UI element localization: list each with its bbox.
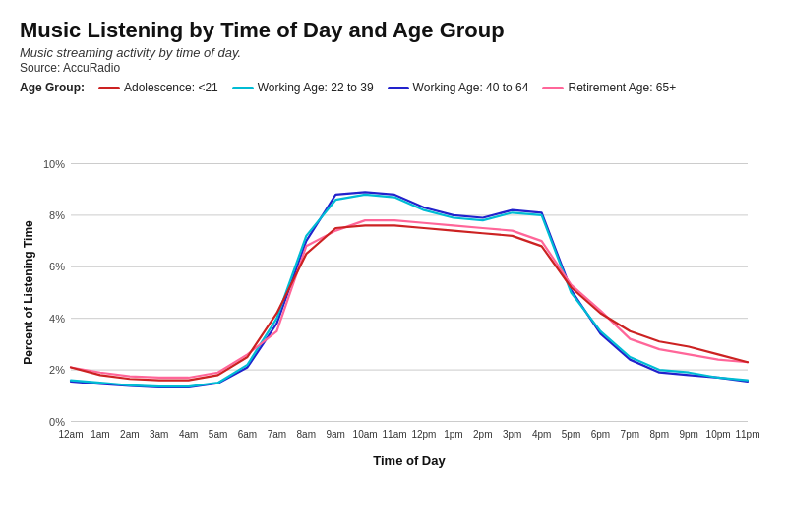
svg-text:5am: 5am <box>209 429 227 440</box>
svg-text:2pm: 2pm <box>473 429 492 440</box>
svg-text:4am: 4am <box>179 429 198 440</box>
svg-text:2am: 2am <box>120 429 139 440</box>
svg-text:8%: 8% <box>49 209 65 221</box>
svg-text:12am: 12am <box>58 429 83 440</box>
svg-text:9pm: 9pm <box>679 429 697 440</box>
svg-text:7am: 7am <box>268 429 286 440</box>
svg-text:6pm: 6pm <box>591 429 610 440</box>
legend-color-working22 <box>232 87 254 89</box>
main-container: Music Listening by Time of Day and Age G… <box>0 0 787 532</box>
svg-text:10am: 10am <box>353 429 378 440</box>
legend-color-retirement <box>542 87 564 89</box>
legend-item-adolescence: Adolescence: <21 <box>98 81 218 94</box>
svg-text:7pm: 7pm <box>621 429 639 440</box>
svg-text:4%: 4% <box>49 313 65 325</box>
legend-item-retirement: Retirement Age: 65+ <box>542 81 676 94</box>
svg-text:12pm: 12pm <box>411 429 436 440</box>
svg-text:10pm: 10pm <box>706 429 731 440</box>
chart-title: Music Listening by Time of Day and Age G… <box>20 18 767 43</box>
svg-text:4pm: 4pm <box>532 429 551 440</box>
svg-text:11am: 11am <box>383 429 407 440</box>
svg-text:2%: 2% <box>49 364 65 376</box>
legend-label-working22: Working Age: 22 to 39 <box>258 81 374 94</box>
legend-label-retirement: Retirement Age: 65+ <box>568 81 676 94</box>
legend-color-working40 <box>388 87 409 89</box>
svg-text:Time of Day: Time of Day <box>373 453 446 468</box>
legend-color-adolescence <box>98 87 120 89</box>
svg-text:1am: 1am <box>91 429 109 440</box>
svg-text:0%: 0% <box>49 416 65 428</box>
svg-text:11pm: 11pm <box>735 429 759 440</box>
legend-item-working22: Working Age: 22 to 39 <box>232 81 374 94</box>
svg-text:3am: 3am <box>150 429 168 440</box>
svg-text:5pm: 5pm <box>562 429 580 440</box>
chart-source: Source: AccuRadio <box>20 61 767 75</box>
svg-text:Percent of Listening Time: Percent of Listening Time <box>22 220 35 365</box>
chart-area: 0%2%4%6%8%10%12am1am2am3am4am5am6am7am8a… <box>20 100 767 522</box>
svg-text:8am: 8am <box>297 429 316 440</box>
legend-label-adolescence: Adolescence: <21 <box>124 81 218 94</box>
svg-text:6%: 6% <box>49 261 65 272</box>
svg-text:6am: 6am <box>238 429 257 440</box>
svg-text:8pm: 8pm <box>650 429 669 440</box>
legend-item-working40: Working Age: 40 to 64 <box>388 81 529 94</box>
legend-title: Age Group: <box>20 81 85 94</box>
svg-text:1pm: 1pm <box>444 429 462 440</box>
svg-text:3pm: 3pm <box>503 429 521 440</box>
svg-text:9am: 9am <box>326 429 344 440</box>
legend: Age Group: Adolescence: <21 Working Age:… <box>20 81 767 94</box>
chart-subtitle: Music streaming activity by time of day. <box>20 45 767 60</box>
svg-text:10%: 10% <box>43 158 65 170</box>
legend-label-working40: Working Age: 40 to 64 <box>413 81 529 94</box>
chart-svg: 0%2%4%6%8%10%12am1am2am3am4am5am6am7am8a… <box>20 100 767 522</box>
